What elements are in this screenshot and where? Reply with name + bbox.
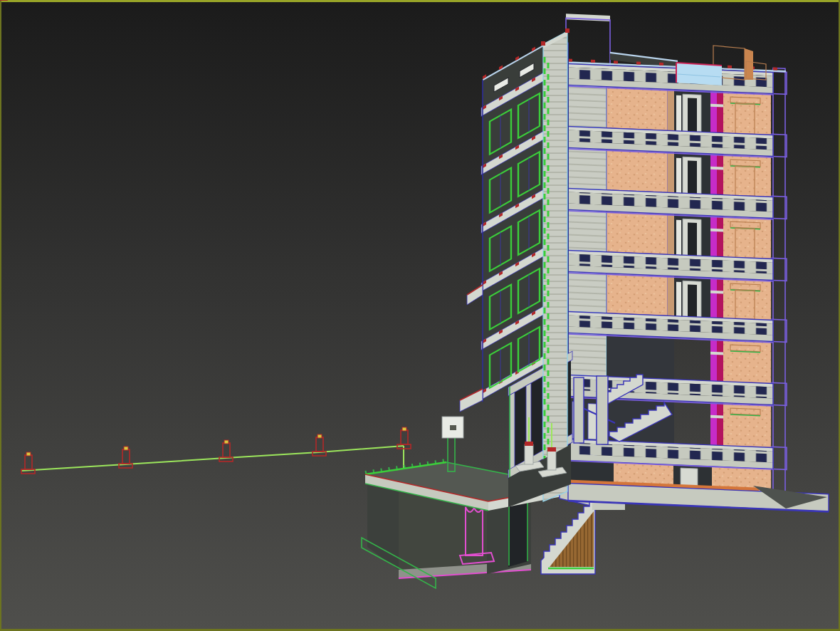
shaft-crimson (717, 216, 723, 256)
glazing-mullion (588, 404, 597, 440)
stair-shaft-wall (568, 271, 607, 313)
sign-slot (450, 425, 456, 430)
shaft-crimson (717, 278, 723, 318)
shaft-divider (710, 229, 723, 232)
door-shadow (688, 284, 697, 317)
footing-pedestal (525, 444, 533, 464)
corner-tick (565, 28, 569, 33)
shaft-divider (710, 352, 723, 355)
door-shadow (688, 160, 697, 194)
glazing-mullion (510, 392, 515, 472)
shaft-crimson (717, 339, 723, 381)
stair-column[interactable] (574, 377, 584, 443)
shaft-divider (710, 167, 723, 170)
building-group[interactable] (460, 14, 829, 511)
tan-wall-panel (607, 87, 668, 131)
shaft-crimson (717, 91, 723, 132)
shaft-magenta (710, 402, 717, 445)
shaft-magenta (710, 91, 717, 132)
corner-pillar[interactable] (541, 28, 569, 501)
door-leaf (676, 282, 681, 316)
shaft-crimson (717, 154, 723, 194)
stairwell-void (607, 335, 674, 380)
door-leaf (676, 158, 681, 193)
door-shadow (688, 98, 697, 132)
stair-shaft-wall (568, 85, 607, 127)
tan-wall-panel (607, 273, 668, 316)
door-leaf (676, 220, 681, 255)
shaft-divider (710, 415, 723, 419)
door-leaf (676, 95, 681, 131)
wall-cut-edge (668, 214, 674, 254)
shaft-divider (710, 291, 723, 294)
wall-cut-edge (668, 152, 674, 192)
stair-shaft-wall (568, 333, 607, 376)
viewport-border-left (0, 0, 1, 631)
door-shadow (688, 222, 697, 256)
footing-cap (547, 447, 556, 452)
viewport-border-top (0, 0, 840, 2)
pillar-face (543, 31, 567, 501)
wall-cut-edge (668, 276, 674, 316)
shaft-magenta (710, 339, 717, 381)
wall-cut-edge (668, 89, 674, 130)
shaft-magenta (710, 278, 717, 318)
shaft-magenta (710, 154, 717, 194)
footing-pedestal (547, 450, 556, 470)
viewport[interactable] (0, 0, 840, 631)
viewport-canvas[interactable] (0, 0, 840, 631)
corner-tick (541, 41, 545, 46)
stair-column[interactable] (597, 376, 608, 444)
stair-shaft-wall (568, 147, 607, 189)
shaft-magenta (710, 216, 717, 256)
stair-shaft-wall (568, 209, 607, 251)
shaft-crimson (717, 402, 723, 445)
tan-wall-panel (607, 150, 668, 193)
tan-wall-panel (607, 212, 668, 255)
footing-cap (525, 442, 533, 446)
shaft-divider (710, 104, 723, 108)
